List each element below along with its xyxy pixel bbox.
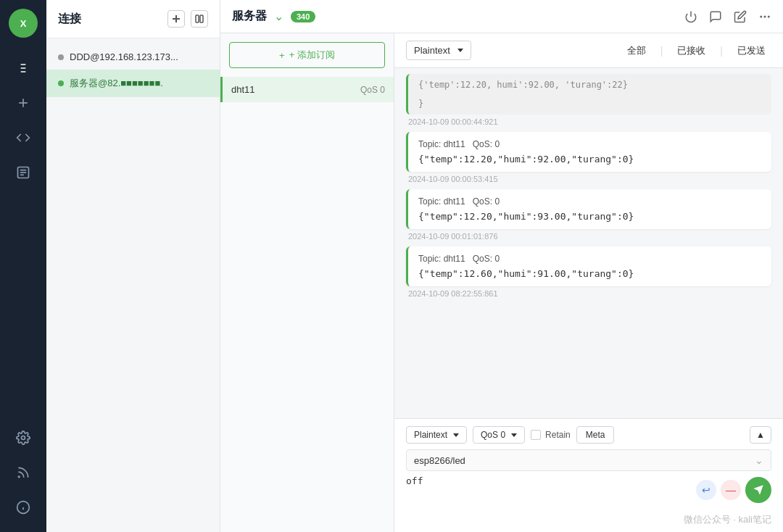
connection-item-ddd[interactable]: DDD@192.168.123.173... [46, 44, 220, 70]
main-area: 服务器 ⌄ 340 [220, 0, 783, 532]
publish-qos-label: QoS 0 [481, 430, 505, 440]
svg-point-8 [22, 436, 25, 440]
svg-rect-15 [196, 15, 199, 22]
edit-button[interactable] [734, 10, 747, 23]
publish-format-chevron-icon [453, 433, 459, 437]
message-timestamp-3: 2024-10-09 08:22:55:861 [406, 289, 771, 298]
retain-label: Retain [545, 430, 571, 440]
publish-topic-input[interactable] [414, 455, 755, 466]
sidebar: X [0, 0, 46, 532]
publish-qos-chevron-icon [511, 433, 517, 437]
add-connection-button[interactable] [167, 10, 185, 28]
subscription-qos: QoS 0 [360, 85, 385, 95]
message-topic-label-1: Topic: dht11 QoS: 0 [418, 139, 500, 149]
connection-panel: 连接 DDD@192.168.123.173... 服务器@82.■■■■■■■… [46, 0, 220, 532]
sidebar-item-feed[interactable] [9, 458, 38, 487]
message-timestamp-2: 2024-10-09 00:01:01:876 [406, 232, 771, 241]
publish-area: Plaintext QoS 0 Retain Meta ▲ [394, 418, 783, 510]
sidebar-item-script[interactable] [9, 123, 38, 152]
server-header-left: 服务器 ⌄ 340 [232, 9, 315, 24]
connection-list: DDD@192.168.123.173... 服务器@82.■■■■■■■. [46, 38, 220, 532]
power-button[interactable] [684, 10, 697, 23]
svg-rect-16 [200, 15, 203, 22]
message-card-1: Topic: dht11 QoS: 0 {"temp":12.20,"humi"… [406, 132, 771, 172]
power-icon [684, 10, 697, 23]
subscriptions-panel: + + 添加订阅 dht11 QoS 0 [220, 33, 394, 532]
filter-sent-button[interactable]: 已发送 [732, 41, 771, 60]
message-topic-label-3: Topic: dht11 QoS: 0 [418, 254, 500, 264]
connection-name-server: 服务器@82.■■■■■■■. [70, 77, 163, 90]
message-truncated-bottom-content: } [418, 99, 761, 109]
more-button[interactable] [758, 10, 771, 23]
retain-checkbox[interactable] [531, 430, 541, 440]
message-content-1: {"temp":12.20,"humi":92.00,"turang":0} [418, 154, 761, 165]
message-card-top: {'temp':12.20, humi':92.00, 'turang':22} [406, 74, 771, 96]
message-content-3: {"temp":12.60,"humi":91.00,"turang":0} [418, 268, 761, 279]
topic-expand-icon[interactable]: ⌄ [755, 454, 763, 466]
publish-clear-button[interactable]: — [721, 480, 741, 500]
server-chevron-icon[interactable]: ⌄ [274, 9, 283, 23]
server-header-right [684, 10, 771, 23]
message-bubble-3: Topic: dht11 QoS: 0 {"temp":12.60,"humi"… [406, 246, 771, 298]
format-select[interactable]: Plaintext [406, 41, 471, 60]
filter-received-button[interactable]: 已接收 [671, 41, 711, 60]
publish-payload-row: off ↩ — [406, 475, 771, 503]
connection-item-server[interactable]: 服务器@82.■■■■■■■. [46, 70, 220, 97]
sidebar-item-log[interactable] [9, 158, 38, 187]
subscription-topic: dht11 [231, 84, 355, 95]
format-label: Plaintext [414, 45, 450, 56]
message-card-bottom: } [406, 96, 771, 115]
add-subscription-button[interactable]: + + 添加订阅 [229, 42, 385, 68]
message-content-2: {"temp":12.20,"humi":93.00,"turang":0} [418, 211, 761, 222]
message-timestamp-1: 2024-10-09 00:00:53:415 [406, 175, 771, 183]
subscription-item-dht11[interactable]: dht11 QoS 0 [220, 77, 394, 102]
publish-qos-select[interactable]: QoS 0 [473, 426, 525, 444]
publish-topic-row: ⌄ [406, 449, 771, 471]
message-bubble-2: Topic: dht11 QoS: 0 {"temp":12.20,"humi"… [406, 189, 771, 241]
connection-status-offline [58, 54, 64, 60]
feed-icon [16, 465, 30, 480]
more-icon [758, 10, 771, 23]
connection-header: 连接 [46, 0, 220, 38]
connection-panel-title: 连接 [58, 12, 81, 27]
add-subscription-plus: + [279, 50, 285, 61]
publish-meta-button[interactable]: Meta [576, 426, 615, 444]
watermark: 微信公众号 · kali笔记 [394, 510, 783, 532]
svg-point-9 [18, 476, 20, 478]
publish-back-button[interactable]: ↩ [696, 480, 716, 500]
publish-payload-input[interactable]: off [406, 475, 690, 496]
edit-icon [734, 10, 747, 23]
sidebar-item-connections[interactable] [9, 54, 38, 83]
connection-status-online [58, 80, 64, 86]
filter-all-button[interactable]: 全部 [621, 41, 652, 60]
connection-header-actions [167, 10, 208, 28]
publish-retain-option: Retain [531, 430, 571, 440]
about-icon [16, 500, 30, 515]
filter-divider1: | [660, 45, 663, 57]
sidebar-item-add[interactable] [9, 88, 38, 117]
message-card-2: Topic: dht11 QoS: 0 {"temp":12.20,"humi"… [406, 189, 771, 229]
add-subscription-label: + 添加订阅 [289, 49, 335, 62]
server-title: 服务器 [232, 9, 267, 24]
publish-format-label: Plaintext [414, 430, 447, 440]
app-logo[interactable]: X [9, 9, 38, 38]
message-topic-line-2: Topic: dht11 QoS: 0 [418, 196, 761, 207]
svg-point-20 [768, 15, 770, 17]
publish-format-select[interactable]: Plaintext [406, 426, 467, 444]
connection-name-ddd: DDD@192.168.123.173... [70, 51, 178, 62]
message-topic-label-2: Topic: dht11 QoS: 0 [418, 196, 500, 207]
chat-button[interactable] [709, 10, 722, 23]
filter-divider2: | [720, 45, 723, 57]
layout-button[interactable] [191, 10, 208, 28]
publish-upload-button[interactable]: ▲ [750, 426, 771, 444]
sidebar-item-settings[interactable] [9, 423, 38, 452]
sidebar-item-about[interactable] [9, 493, 38, 522]
message-filter-bar: Plaintext 全部 | 已接收 | 已发送 [394, 33, 783, 68]
send-icon [753, 484, 764, 496]
logo-icon: X [14, 14, 32, 32]
log-icon [16, 165, 30, 180]
publish-send-button[interactable] [745, 477, 771, 503]
message-topic-line-1: Topic: dht11 QoS: 0 [418, 139, 761, 149]
chat-icon [709, 10, 722, 23]
message-bubble-1: Topic: dht11 QoS: 0 {"temp":12.20,"humi"… [406, 132, 771, 183]
